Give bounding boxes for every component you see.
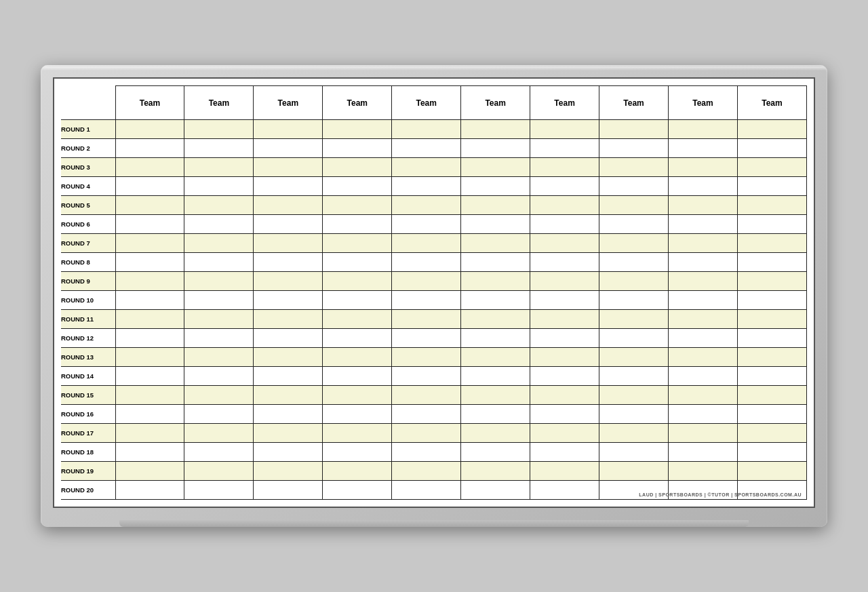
round-cell (392, 234, 461, 253)
header-team-2: Team (184, 86, 254, 120)
round-cell (115, 367, 184, 386)
round-cell (530, 348, 599, 367)
header-team-6: Team (461, 86, 530, 120)
round-cell (254, 348, 323, 367)
round-cell (115, 272, 184, 291)
round-label: ROUND 20 (61, 481, 115, 500)
header-team-1: Team (115, 86, 184, 120)
round-cell (737, 215, 806, 234)
round-cell (115, 291, 184, 310)
table-row: ROUND 8 (61, 253, 807, 272)
round-cell (115, 405, 184, 424)
round-cell (599, 158, 669, 177)
round-label: ROUND 5 (61, 196, 115, 215)
round-cell (184, 367, 254, 386)
round-cell (184, 348, 254, 367)
round-cell (184, 177, 254, 196)
round-cell (392, 177, 461, 196)
round-label: ROUND 16 (61, 405, 115, 424)
round-label: ROUND 1 (61, 120, 115, 139)
round-cell (323, 215, 392, 234)
round-cell (599, 234, 669, 253)
round-cell (737, 386, 806, 405)
round-cell (392, 215, 461, 234)
round-cell (669, 367, 738, 386)
round-cell (323, 310, 392, 329)
round-cell (254, 253, 323, 272)
round-cell (392, 405, 461, 424)
table-row: ROUND 2 (61, 139, 807, 158)
round-cell (669, 272, 738, 291)
round-cell (461, 139, 530, 158)
table-row: ROUND 1 (61, 120, 807, 139)
round-label: ROUND 19 (61, 462, 115, 481)
round-cell (392, 291, 461, 310)
round-cell (599, 424, 669, 443)
round-cell (599, 196, 669, 215)
round-cell (461, 196, 530, 215)
round-cell (599, 215, 669, 234)
round-cell (323, 253, 392, 272)
round-cell (530, 329, 599, 348)
round-cell (530, 291, 599, 310)
round-cell (461, 310, 530, 329)
round-cell (669, 443, 738, 462)
round-cell (461, 462, 530, 481)
round-cell (737, 139, 806, 158)
round-cell (254, 367, 323, 386)
round-cell (184, 481, 254, 500)
round-cell (392, 158, 461, 177)
header-team-5: Team (392, 86, 461, 120)
round-cell (184, 196, 254, 215)
round-cell (461, 234, 530, 253)
round-cell (392, 462, 461, 481)
round-cell (392, 272, 461, 291)
round-label: ROUND 2 (61, 139, 115, 158)
round-cell (599, 272, 669, 291)
round-cell (599, 462, 669, 481)
table-row: ROUND 14 (61, 367, 807, 386)
table-row: ROUND 11 (61, 310, 807, 329)
round-cell (737, 120, 806, 139)
round-cell (115, 329, 184, 348)
round-cell (530, 120, 599, 139)
round-cell (184, 462, 254, 481)
round-cell (254, 462, 323, 481)
round-cell (323, 424, 392, 443)
table-row: ROUND 17 (61, 424, 807, 443)
footer-text: LAUD | SPORTSBOARDS | ©TUTOR | SPORTSBOA… (639, 492, 802, 497)
table-row: ROUND 5 (61, 196, 807, 215)
round-cell (530, 234, 599, 253)
round-cell (184, 272, 254, 291)
round-cell (530, 367, 599, 386)
round-label: ROUND 17 (61, 424, 115, 443)
round-label: ROUND 11 (61, 310, 115, 329)
round-cell (669, 291, 738, 310)
header-team-9: Team (669, 86, 738, 120)
round-cell (323, 405, 392, 424)
round-cell (599, 405, 669, 424)
round-cell (599, 139, 669, 158)
round-cell (254, 272, 323, 291)
round-cell (254, 234, 323, 253)
round-cell (254, 405, 323, 424)
round-cell (115, 481, 184, 500)
table-row: ROUND 19 (61, 462, 807, 481)
round-cell (669, 348, 738, 367)
round-label: ROUND 18 (61, 443, 115, 462)
round-cell (323, 196, 392, 215)
round-cell (599, 253, 669, 272)
round-cell (599, 367, 669, 386)
round-label: ROUND 14 (61, 367, 115, 386)
round-cell (392, 386, 461, 405)
round-cell (530, 139, 599, 158)
round-cell (184, 424, 254, 443)
round-cell (737, 462, 806, 481)
round-cell (323, 158, 392, 177)
round-cell (737, 272, 806, 291)
round-cell (530, 386, 599, 405)
round-cell (392, 120, 461, 139)
round-cell (115, 234, 184, 253)
round-cell (669, 386, 738, 405)
round-cell (737, 158, 806, 177)
